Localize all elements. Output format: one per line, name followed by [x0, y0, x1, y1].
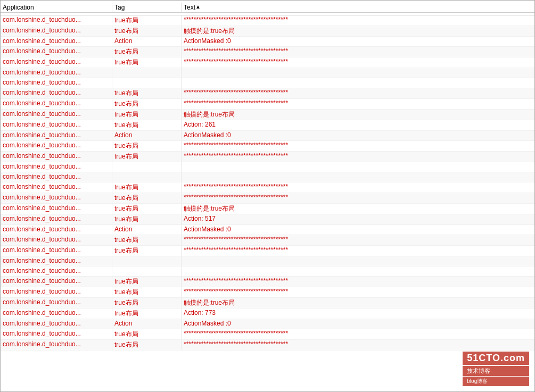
header-tag: Tag	[112, 3, 182, 13]
table-body[interactable]: com.lonshine.d_touchduo...true布局********…	[1, 15, 534, 391]
cell-application: com.lonshine.d_touchduo...	[1, 68, 112, 78]
cell-text: ****************************************…	[182, 152, 534, 162]
cell-text: Action: 261	[182, 120, 534, 130]
cell-text: ****************************************…	[182, 193, 534, 203]
cell-tag: true布局	[112, 214, 182, 224]
table-row[interactable]: com.lonshine.d_touchduo...	[1, 162, 534, 172]
cell-text: ActionMasked :0	[182, 37, 534, 46]
cell-tag: Action	[112, 225, 182, 235]
cell-text: ****************************************…	[182, 287, 534, 297]
table-row[interactable]: com.lonshine.d_touchduo...true布局Action: …	[1, 120, 534, 131]
table-row[interactable]: com.lonshine.d_touchduo...	[1, 256, 534, 266]
table-row[interactable]: com.lonshine.d_touchduo...true布局Action: …	[1, 214, 534, 225]
cell-tag: true布局	[112, 277, 182, 287]
table-row[interactable]: com.lonshine.d_touchduo...true布局********…	[1, 340, 534, 351]
cell-tag: true布局	[112, 340, 182, 350]
header-text: Text ▲	[182, 3, 534, 13]
table-row[interactable]: com.lonshine.d_touchduo...true布局触摸的是:tru…	[1, 26, 534, 37]
cell-tag: true布局	[112, 298, 182, 308]
sort-icon: ▲	[195, 4, 201, 11]
cell-application: com.lonshine.d_touchduo...	[1, 214, 112, 224]
header-application-label: Application	[3, 4, 34, 11]
cell-tag: Action	[112, 131, 182, 140]
cell-tag	[112, 256, 182, 266]
cell-application: com.lonshine.d_touchduo...	[1, 88, 112, 98]
cell-tag: true布局	[112, 182, 182, 193]
main-window: Application Tag Text ▲ com.lonshine.d_to…	[0, 0, 535, 392]
cell-application: com.lonshine.d_touchduo...	[1, 15, 112, 26]
cell-text: ****************************************…	[182, 141, 534, 151]
table-row[interactable]: com.lonshine.d_touchduo...true布局触摸的是:tru…	[1, 110, 534, 120]
table-row[interactable]: com.lonshine.d_touchduo...true布局********…	[1, 47, 534, 57]
table-row[interactable]: com.lonshine.d_touchduo...true布局********…	[1, 15, 534, 26]
cell-text: ****************************************…	[182, 15, 534, 26]
cell-application: com.lonshine.d_touchduo...	[1, 152, 112, 162]
cell-application: com.lonshine.d_touchduo...	[1, 266, 112, 276]
table-row[interactable]: com.lonshine.d_touchduo...true布局********…	[1, 277, 534, 287]
cell-application: com.lonshine.d_touchduo...	[1, 141, 112, 151]
cell-tag: true布局	[112, 193, 182, 203]
cell-tag: true布局	[112, 308, 182, 319]
cell-tag: true布局	[112, 110, 182, 120]
cell-tag: true布局	[112, 235, 182, 245]
cell-application: com.lonshine.d_touchduo...	[1, 235, 112, 245]
cell-application: com.lonshine.d_touchduo...	[1, 340, 112, 350]
cell-tag: true布局	[112, 246, 182, 256]
table-row[interactable]: com.lonshine.d_touchduo...true布局********…	[1, 193, 534, 204]
table-row[interactable]: com.lonshine.d_touchduo...true布局********…	[1, 99, 534, 110]
table-row[interactable]: com.lonshine.d_touchduo...true布局触摸的是:tru…	[1, 204, 534, 214]
cell-application: com.lonshine.d_touchduo...	[1, 172, 112, 182]
cell-tag: true布局	[112, 47, 182, 57]
cell-text: ****************************************…	[182, 182, 534, 193]
cell-text	[182, 78, 534, 88]
cell-tag: true布局	[112, 287, 182, 297]
cell-tag: true布局	[112, 88, 182, 98]
table-row[interactable]: com.lonshine.d_touchduo...true布局********…	[1, 182, 534, 193]
cell-tag: Action	[112, 37, 182, 46]
table-row[interactable]: com.lonshine.d_touchduo...true布局********…	[1, 88, 534, 99]
table-row[interactable]: com.lonshine.d_touchduo...true布局********…	[1, 57, 534, 68]
table-row[interactable]: com.lonshine.d_touchduo...ActionActionMa…	[1, 37, 534, 47]
cell-tag: true布局	[112, 99, 182, 109]
cell-application: com.lonshine.d_touchduo...	[1, 78, 112, 88]
cell-tag: true布局	[112, 26, 182, 36]
table-row[interactable]: com.lonshine.d_touchduo...true布局********…	[1, 287, 534, 298]
cell-text: ****************************************…	[182, 99, 534, 109]
cell-tag	[112, 162, 182, 172]
table-row[interactable]: com.lonshine.d_touchduo...	[1, 266, 534, 277]
cell-text: 触摸的是:true布局	[182, 26, 534, 36]
log-table: Application Tag Text ▲ com.lonshine.d_to…	[1, 1, 534, 391]
header-text-label: Text	[184, 4, 195, 11]
table-row[interactable]: com.lonshine.d_touchduo...true布局Action: …	[1, 308, 534, 319]
cell-text	[182, 162, 534, 172]
table-row[interactable]: com.lonshine.d_touchduo...true布局触摸的是:tru…	[1, 298, 534, 308]
cell-text	[182, 256, 534, 266]
cell-text: ****************************************…	[182, 57, 534, 68]
table-row[interactable]: com.lonshine.d_touchduo...true布局********…	[1, 246, 534, 256]
cell-tag: true布局	[112, 204, 182, 214]
table-row[interactable]: com.lonshine.d_touchduo...true布局********…	[1, 235, 534, 246]
cell-application: com.lonshine.d_touchduo...	[1, 225, 112, 235]
table-row[interactable]: com.lonshine.d_touchduo...	[1, 78, 534, 88]
cell-text: ****************************************…	[182, 340, 534, 350]
cell-tag: true布局	[112, 15, 182, 26]
cell-text: ****************************************…	[182, 277, 534, 287]
cell-tag: true布局	[112, 141, 182, 151]
table-row[interactable]: com.lonshine.d_touchduo...true布局********…	[1, 152, 534, 162]
table-row[interactable]: com.lonshine.d_touchduo...	[1, 172, 534, 182]
table-row[interactable]: com.lonshine.d_touchduo...true布局********…	[1, 141, 534, 152]
header-tag-label: Tag	[114, 4, 125, 11]
cell-application: com.lonshine.d_touchduo...	[1, 287, 112, 297]
cell-application: com.lonshine.d_touchduo...	[1, 182, 112, 193]
cell-application: com.lonshine.d_touchduo...	[1, 246, 112, 256]
table-row[interactable]: com.lonshine.d_touchduo...true布局********…	[1, 329, 534, 340]
table-row[interactable]: com.lonshine.d_touchduo...ActionActionMa…	[1, 225, 534, 235]
cell-text: ****************************************…	[182, 88, 534, 98]
cell-text: ActionMasked :0	[182, 225, 534, 235]
cell-tag	[112, 172, 182, 182]
cell-tag: true布局	[112, 120, 182, 130]
table-row[interactable]: com.lonshine.d_touchduo...	[1, 68, 534, 78]
header-application: Application	[1, 3, 112, 13]
table-row[interactable]: com.lonshine.d_touchduo...ActionActionMa…	[1, 319, 534, 329]
table-row[interactable]: com.lonshine.d_touchduo...ActionActionMa…	[1, 131, 534, 141]
